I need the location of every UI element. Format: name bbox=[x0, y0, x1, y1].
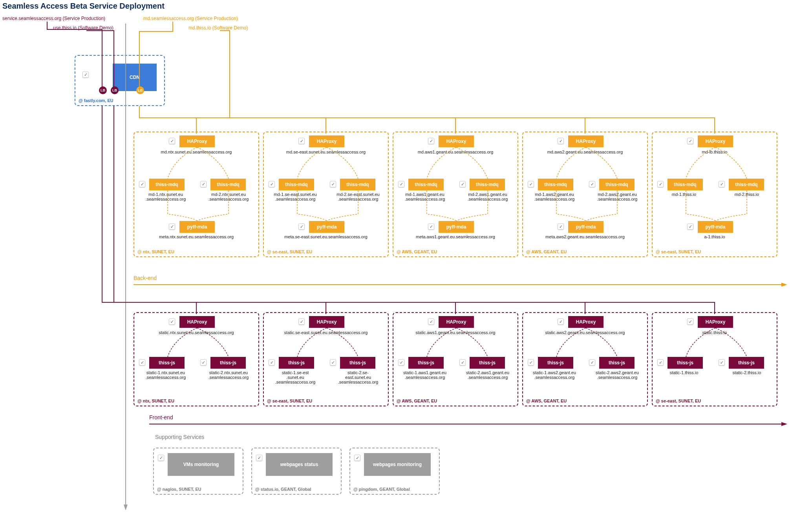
check-icon bbox=[719, 359, 725, 366]
haproxy-fqdn: static.aws2.geant.eu.seamlessaccess.org bbox=[523, 330, 647, 335]
backend-cluster: HAProxy md.se-east.sunet.eu.seamlessacce… bbox=[263, 132, 389, 257]
thiss-mdq-box: thiss-mdq bbox=[667, 179, 703, 190]
check-icon bbox=[428, 138, 434, 144]
haproxy-fqdn: md.aws1.geant.eu.seamlessaccess.org bbox=[393, 150, 518, 154]
js2-fqdn: static-2.ntx.sunet.eu .seamlessaccess.or… bbox=[201, 370, 256, 380]
pyff-mda-box: pyff-mda bbox=[439, 221, 474, 233]
check-icon bbox=[269, 181, 275, 187]
backend-cluster: HAProxy md.aws1.geant.eu.seamlessaccess.… bbox=[393, 132, 518, 257]
supporting-label: Supporting Services bbox=[155, 434, 204, 440]
check-icon bbox=[169, 223, 175, 230]
check-icon bbox=[558, 318, 564, 325]
cdn-box: CDN bbox=[113, 64, 157, 91]
check-icon bbox=[428, 223, 434, 230]
mdq1-fqdn: md-1.thiss.io bbox=[657, 192, 711, 197]
js1-fqdn: static-1.aws1.geant.eu .seamlessaccess.o… bbox=[397, 370, 452, 380]
check-icon bbox=[398, 359, 404, 366]
lb-dot-maroon-1: LB bbox=[99, 86, 107, 94]
mdq1-fqdn: md-1.ntx.sunet.eu .seamlessaccess.org bbox=[138, 192, 193, 201]
haproxy-box: HAProxy bbox=[439, 135, 474, 147]
mdq2-fqdn: md-2.thiss.io bbox=[719, 192, 774, 197]
entry-service-prod-fe: service.seamlessaccess.org (Service Prod… bbox=[2, 16, 105, 21]
js1-fqdn: static-1.aws2.geant.eu .seamlessaccess.o… bbox=[527, 370, 582, 380]
check-icon bbox=[558, 138, 564, 144]
thiss-mdq-box: thiss-mdq bbox=[279, 179, 314, 190]
backend-label: Back-end bbox=[133, 275, 157, 281]
mdq2-fqdn: md-2.ntx.sunet.eu .seamlessaccess.org bbox=[201, 192, 256, 201]
check-icon bbox=[330, 359, 336, 366]
check-icon bbox=[657, 181, 664, 187]
check-icon bbox=[589, 359, 595, 366]
check-icon bbox=[428, 318, 434, 325]
location-label: @ AWS, GEANT, EU bbox=[397, 249, 437, 254]
check-icon bbox=[589, 181, 595, 187]
check-icon bbox=[200, 359, 207, 366]
backend-cluster: HAProxy md.ntx.sunet.eu.seamlessaccess.o… bbox=[133, 132, 259, 257]
js2-fqdn: static-2.thiss.io bbox=[719, 370, 774, 375]
backend-cluster: HAProxy md.aws2.geant.eu.seamlessaccess.… bbox=[522, 132, 648, 257]
pyff-mda-box: pyff-mda bbox=[568, 221, 603, 233]
cdn-group: CDN LB LB LB @ fastly.com, EU bbox=[75, 55, 165, 106]
check-icon bbox=[82, 71, 89, 78]
haproxy-fqdn: static.thiss.io bbox=[653, 330, 777, 335]
check-icon bbox=[330, 181, 336, 187]
check-icon bbox=[398, 181, 404, 187]
webpages-status-box: webpages status bbox=[266, 453, 333, 476]
js2-fqdn: static-2.se- east.sunet.eu .seamlessacce… bbox=[331, 370, 386, 384]
js1-fqdn: static-1.se-est .sunet.eu .seamlessacces… bbox=[268, 370, 323, 384]
haproxy-fqdn: md.ntx.sunet.eu.seamlessaccess.org bbox=[134, 150, 258, 154]
location-label: @ se-east, SUNET, EU bbox=[267, 399, 312, 403]
entry-service-prod-md: md.seamlessaccess.org (Service Productio… bbox=[143, 16, 238, 21]
location-label: @ pingdom, GEANT, Global bbox=[353, 487, 410, 492]
frontend-cluster: HAProxy static.aws1.geant.eu.seamlessacc… bbox=[393, 312, 518, 406]
pyff-fqdn: meta.se-east.sunet.eu.seamlessaccess.org bbox=[264, 234, 388, 239]
thiss-mdq-box: thiss-mdq bbox=[470, 179, 505, 190]
thiss-js-box: thiss-js bbox=[729, 357, 764, 369]
thiss-mdq-box: thiss-mdq bbox=[729, 179, 764, 190]
thiss-js-box: thiss-js bbox=[470, 357, 505, 369]
location-label: @ AWS, GEANT, EU bbox=[526, 399, 567, 403]
check-icon bbox=[719, 181, 725, 187]
support-statusio: webpages status @ status.io, GEANT, Glob… bbox=[251, 448, 342, 495]
check-icon bbox=[687, 138, 693, 144]
haproxy-fqdn: md.se-east.sunet.eu.seamlessaccess.org bbox=[264, 150, 388, 154]
cdn-location: @ fastly.com, EU bbox=[79, 98, 113, 103]
check-icon bbox=[269, 359, 275, 366]
check-icon bbox=[687, 318, 693, 325]
check-icon bbox=[354, 455, 360, 461]
js2-fqdn: static-2.aws2.geant.eu .seamlessaccess.o… bbox=[590, 370, 645, 380]
lb-dot-maroon-2: LB bbox=[111, 86, 119, 94]
check-icon bbox=[139, 181, 145, 187]
thiss-js-box: thiss-js bbox=[667, 357, 703, 369]
location-label: @ se-east, SUNET, EU bbox=[656, 249, 701, 254]
pyff-mda-box: pyff-mda bbox=[309, 221, 344, 233]
haproxy-box: HAProxy bbox=[568, 316, 603, 328]
frontend-cluster: HAProxy static.se-east.sunet.eu.seamless… bbox=[263, 312, 389, 406]
haproxy-box: HAProxy bbox=[179, 135, 215, 147]
thiss-js-box: thiss-js bbox=[279, 357, 314, 369]
thiss-mdq-box: thiss-mdq bbox=[599, 179, 635, 190]
check-icon bbox=[256, 455, 262, 461]
haproxy-box: HAProxy bbox=[179, 316, 215, 328]
page-title: Seamless Access Beta Service Deployment bbox=[2, 2, 165, 11]
mdq2-fqdn: md-2.se-east.sunet.eu .seamlessaccess.or… bbox=[331, 192, 386, 201]
pyff-fqdn: meta.ntx.sunet.eu.seamlessaccess.org bbox=[134, 234, 258, 239]
haproxy-fqdn: md.aws2.geant.eu.seamlessaccess.org bbox=[523, 150, 647, 154]
thiss-mdq-box: thiss-mdq bbox=[408, 179, 444, 190]
thiss-mdq-box: thiss-mdq bbox=[340, 179, 375, 190]
haproxy-box: HAProxy bbox=[309, 135, 344, 147]
location-label: @ ntx, SUNET, EU bbox=[137, 249, 174, 254]
frontend-cluster: HAProxy static.thiss.io thiss-js static-… bbox=[652, 312, 777, 406]
haproxy-box: HAProxy bbox=[309, 316, 344, 328]
mdq2-fqdn: md-2.aws1.geant.eu .seamlessaccess.org bbox=[460, 192, 515, 201]
thiss-js-box: thiss-js bbox=[599, 357, 635, 369]
entry-software-demo-fe: use.thiss.io (Software Demo) bbox=[53, 25, 113, 31]
haproxy-fqdn: static.aws1.geant.eu.seamlessaccess.org bbox=[393, 330, 518, 335]
thiss-mdq-box: thiss-mdq bbox=[210, 179, 246, 190]
check-icon bbox=[158, 455, 164, 461]
mdq2-fqdn: md-2.aws2.geant.eu .seamlessaccess.org bbox=[590, 192, 645, 201]
js2-fqdn: static-2.aws1.geant.eu .seamlessaccess.o… bbox=[460, 370, 515, 380]
svg-marker-1 bbox=[781, 422, 787, 426]
check-icon bbox=[459, 359, 466, 366]
pyff-mda-box: pyff-mda bbox=[179, 221, 215, 233]
